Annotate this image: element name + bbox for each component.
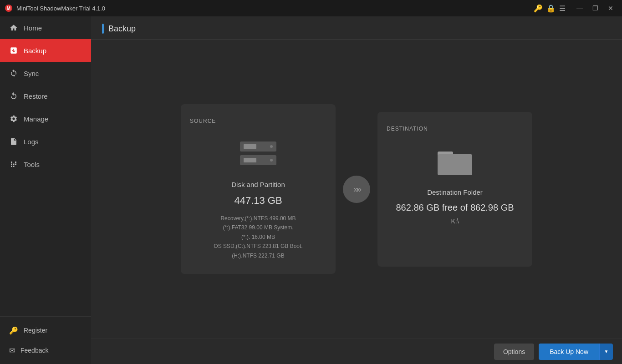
page-title: Backup [108,24,136,34]
svg-text:M: M [7,6,10,11]
main-layout: Home Backup Sync Restore Manage [0,16,622,364]
svg-rect-4 [438,154,472,175]
sidebar-item-home[interactable]: Home [0,16,91,39]
sidebar-label-manage: Manage [24,115,48,123]
title-bar: M MiniTool ShadowMaker Trial 4.1.0 🔑 🔒 ☰… [0,0,622,16]
options-button[interactable]: Options [494,344,534,360]
disk-led-2 [270,159,273,162]
content-area: Backup SOURCE [91,16,622,364]
restore-button[interactable]: ❐ [588,3,602,14]
sidebar-item-manage[interactable]: Manage [0,107,91,130]
manage-icon [9,114,18,123]
close-button[interactable]: ✕ [604,3,617,14]
tools-icon [9,160,18,169]
sidebar-label-backup: Backup [24,47,46,55]
dropdown-chevron-icon: ▼ [604,349,609,354]
lock-icon[interactable]: 🔒 [546,4,556,13]
arrow-icon: »» [353,184,360,194]
sidebar-item-logs[interactable]: Logs [0,130,91,153]
folder-icon [437,145,473,177]
source-icon-area [240,135,276,172]
sidebar-label-restore: Restore [24,92,48,100]
backup-now-button[interactable]: Back Up Now [539,344,599,360]
key-icon[interactable]: 🔑 [534,4,543,13]
destination-path: K:\ [451,217,459,225]
sync-icon [9,69,18,78]
sidebar-label-home: Home [24,24,42,32]
sidebar-item-sync[interactable]: Sync [0,62,91,85]
sidebar-label-sync: Sync [24,70,39,77]
source-label: SOURCE [190,118,216,124]
backup-dropdown-button[interactable]: ▼ [599,344,613,360]
destination-free: 862.86 GB free of 862.98 GB [396,202,514,213]
menu-icon[interactable]: ☰ [559,4,566,13]
minimize-button[interactable]: — [573,3,586,14]
backup-button-group: Back Up Now ▼ [539,344,613,360]
title-bar-action-icons: 🔑 🔒 ☰ [534,4,566,13]
sidebar: Home Backup Sync Restore Manage [0,16,91,364]
source-card[interactable]: SOURCE Disk and Partition 447.13 [181,104,336,274]
sidebar-item-backup[interactable]: Backup [0,39,91,62]
disk-row-1 [240,142,276,152]
source-details: Recovery,(*:).NTFS 499.00 MB (*:).FAT32 … [214,214,302,260]
page-header: Backup [91,16,622,40]
home-icon [9,23,18,32]
destination-title: Destination Folder [427,188,483,196]
app-title: MiniTool ShadowMaker Trial 4.1.0 [16,5,534,12]
restore-icon [9,91,18,101]
sidebar-item-register[interactable]: 🔑 Register [0,320,91,340]
backup-area: SOURCE Disk and Partition 447.13 [91,40,622,339]
feedback-mail-icon: ✉ [9,346,15,355]
sidebar-item-feedback[interactable]: ✉ Feedback [0,340,91,360]
window-controls: — ❐ ✕ [573,3,617,14]
destination-label: DESTINATION [387,126,428,132]
sidebar-label-feedback: Feedback [20,347,48,354]
sidebar-label-tools: Tools [24,161,40,168]
disk-slot [244,144,256,149]
disk-icon [240,142,276,165]
destination-card[interactable]: DESTINATION Destination Folder 862.86 GB… [377,112,532,267]
bottom-bar: Options Back Up Now ▼ [91,339,622,364]
logs-icon [9,137,18,146]
sidebar-item-tools[interactable]: Tools [0,153,91,176]
disk-slot-2 [244,158,256,162]
sidebar-label-register: Register [24,327,47,334]
header-accent-bar [102,24,104,34]
source-title: Disk and Partition [231,181,285,188]
disk-led [270,145,273,148]
sidebar-label-logs: Logs [24,138,39,146]
arrow-button[interactable]: »» [343,176,370,203]
register-key-icon: 🔑 [9,326,18,335]
sidebar-item-restore[interactable]: Restore [0,85,91,107]
source-size: 447.13 GB [234,195,282,207]
backup-icon [9,46,18,55]
app-logo: M [5,4,13,12]
sidebar-bottom: 🔑 Register ✉ Feedback [0,316,91,364]
destination-icon-area [437,143,473,179]
disk-row-2 [240,155,276,165]
